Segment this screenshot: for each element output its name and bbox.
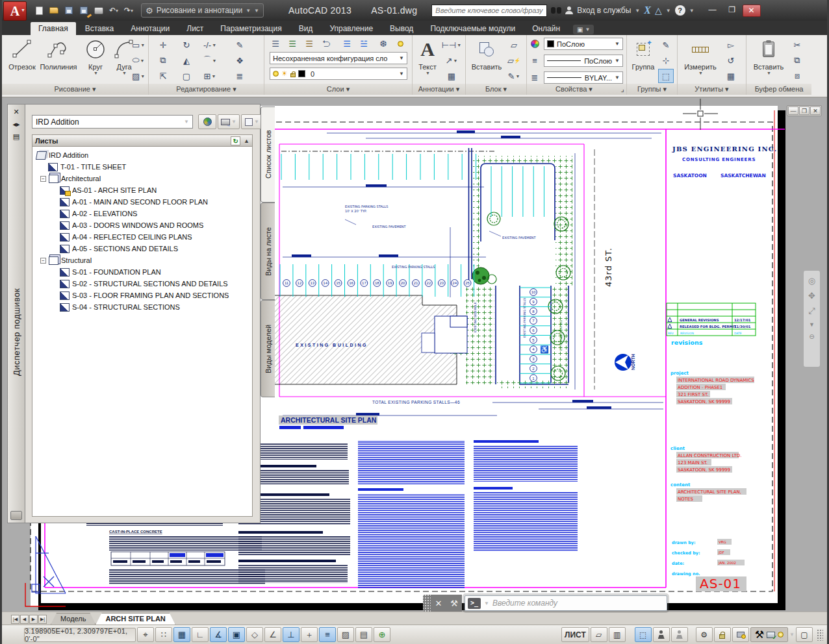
tab-home[interactable]: Главная — [31, 22, 76, 35]
maximize-button[interactable]: ❐ — [723, 5, 741, 17]
palette-autohide-icon[interactable]: ◂▸ — [11, 119, 21, 130]
resize-grip[interactable] — [817, 629, 823, 641]
mirror-icon[interactable]: ◭ — [179, 53, 194, 68]
publish-to-web-button[interactable] — [198, 114, 216, 129]
drawing-area[interactable]: 1112131415161718192021222324251098765432… — [2, 97, 829, 612]
hatch-tool-icon[interactable]: ▨▼ — [131, 69, 146, 83]
grid-display-toggle[interactable]: ▦ — [173, 627, 190, 642]
fillet-icon[interactable]: ⌒▼ — [202, 53, 218, 68]
signin-button[interactable]: Вход в службы — [577, 6, 631, 15]
tab-model[interactable]: Модель — [51, 613, 96, 625]
layer-combo[interactable]: ☀ 0 ▼ — [270, 68, 407, 80]
transparency-toggle[interactable]: ▨ — [337, 627, 354, 642]
publish-button[interactable]: ▼ — [218, 114, 240, 129]
next-layout-icon[interactable]: ▶ — [29, 615, 38, 624]
group-selection-toggle-icon[interactable]: ⬚ — [658, 69, 674, 83]
object-snap-toggle[interactable]: ▣ — [228, 627, 245, 642]
save-as-icon[interactable] — [78, 5, 90, 16]
tree-item-sheet[interactable]: A-02 - ELEVATIONS — [32, 208, 252, 219]
sheetset-combo[interactable]: IRD Addition▼ — [32, 115, 193, 129]
layer-isolate-icon[interactable]: ☰ — [302, 36, 316, 51]
recent-commands-icon[interactable]: ▼ — [484, 601, 489, 606]
object-snap-tracking-toggle[interactable]: ∠ — [264, 627, 281, 642]
tree-item-sheet[interactable]: A-05 - SECTIONS AND DETAILS — [32, 243, 252, 254]
customization-icon[interactable]: ⚒ — [755, 628, 764, 641]
quick-view-layouts-icon[interactable]: ▱ — [591, 627, 607, 642]
panel-label-utilities[interactable]: Утилиты ▾ — [678, 84, 746, 95]
copy-icon[interactable]: ⧉ — [155, 53, 171, 68]
collapse-toggle-icon[interactable]: − — [40, 258, 46, 264]
doc-restore-button[interactable]: ❐ — [799, 106, 810, 115]
palette-properties-icon[interactable]: ▤ — [11, 132, 21, 142]
panel-label-block[interactable]: Блок ▾ — [466, 84, 526, 95]
panel-label-layers[interactable]: Слои ▾ — [264, 84, 412, 95]
tree-item-sheet[interactable]: S-02 - STRUCTURAL SECTIONS AND DETAILS — [32, 278, 252, 290]
clean-screen-icon[interactable]: ▢ — [796, 627, 813, 642]
navbar-dropdown-icon[interactable]: ▼ — [809, 321, 815, 328]
tree-item-subset-structural[interactable]: −Structural — [32, 254, 252, 266]
layer-walk-icon[interactable] — [393, 36, 407, 51]
command-grip[interactable] — [423, 595, 431, 612]
linetype-combo[interactable]: ПоСлою▼ — [544, 55, 623, 67]
tab-output[interactable]: Вывод — [382, 22, 421, 35]
annotation-scale-icon[interactable]: ⬚ — [635, 627, 652, 642]
toolbar-lock-icon[interactable] — [714, 627, 731, 642]
linetype-list-icon[interactable]: ≣ — [528, 70, 541, 84]
first-layout-icon[interactable]: |◀ — [11, 615, 19, 624]
text-button[interactable]: A Текст▼ — [415, 36, 440, 75]
tab-layout[interactable]: Лист — [179, 22, 211, 35]
trim-icon[interactable]: -/-▼ — [202, 38, 218, 52]
group-button[interactable]: Группа — [630, 36, 657, 71]
block-editor-icon[interactable]: ✎▼ — [506, 69, 522, 83]
prev-layout-icon[interactable]: ◀ — [20, 615, 29, 624]
dynamic-input-toggle[interactable]: ＋ — [301, 627, 318, 642]
minimize-button[interactable]: — — [704, 5, 722, 17]
point-style-icon[interactable]: ▦ — [723, 69, 739, 83]
ortho-mode-toggle[interactable]: ∟ — [192, 627, 209, 642]
sheet-selections-button[interactable]: ▼ — [241, 114, 263, 129]
annotation-autoscale-icon[interactable] — [671, 627, 688, 642]
tab-manage[interactable]: Управление — [322, 22, 381, 35]
hardware-acceleration-icon[interactable] — [732, 627, 749, 642]
tab-sheet-views[interactable]: Виды на листе — [261, 203, 275, 300]
dimension-icon[interactable]: ⊢⊣▼ — [444, 38, 459, 52]
steering-wheel-icon[interactable]: ◎ — [808, 276, 815, 286]
close-button[interactable]: ✕ — [743, 5, 761, 17]
array-icon[interactable]: ⊞▼ — [202, 69, 218, 83]
media-dropdown-button[interactable]: ▣▼ — [573, 25, 594, 34]
doc-minimize-button[interactable]: — — [788, 106, 798, 115]
annotation-visibility-icon[interactable] — [653, 627, 670, 642]
collapse-toggle-icon[interactable]: − — [40, 176, 46, 182]
move-icon[interactable]: ✛ — [155, 38, 171, 52]
help-dropdown-icon[interactable]: ▼ — [689, 8, 695, 14]
plot-icon[interactable] — [93, 5, 105, 16]
zoom-icon[interactable]: ⤢ — [808, 306, 815, 316]
polyline-button[interactable]: Полилиния — [38, 36, 79, 71]
command-input[interactable]: >_ ▼ Введите команду — [465, 595, 667, 611]
group-edit-icon[interactable]: ⊹ — [658, 53, 674, 68]
tab-view[interactable]: Вид — [291, 22, 321, 35]
panel-label-properties[interactable]: Свойства ▾ ⌟ — [527, 84, 626, 95]
selection-cycling-toggle[interactable]: ⊕ — [374, 627, 390, 642]
tray-lightbulb-icon[interactable] — [778, 632, 784, 638]
snap-mode-toggle[interactable]: ∷ — [155, 627, 172, 642]
search-input[interactable] — [431, 5, 547, 17]
panel-label-annotation[interactable]: Аннотации ▾ — [413, 84, 465, 95]
tree-item-sheet[interactable]: S-04 - STRUCTURAL SECTIONS — [32, 301, 252, 313]
copy-clip-icon[interactable]: ⧉ — [789, 53, 805, 68]
navbar-collapse-icon[interactable]: ⊖ — [809, 333, 814, 340]
layer-match-icon[interactable]: ❆ — [376, 36, 390, 51]
layer-unisolate-icon[interactable]: ⮌ — [319, 36, 333, 51]
palette-grip[interactable] — [10, 511, 22, 520]
tree-item-subset-architectural[interactable]: −Architectural — [32, 173, 252, 184]
layer-states-icon[interactable]: ☰ — [285, 36, 300, 51]
offset-icon[interactable]: ≣ — [232, 69, 248, 83]
scale-icon[interactable]: ▢ — [179, 69, 194, 83]
new-drawing-icon[interactable] — [33, 5, 45, 16]
table-icon[interactable]: ▦ — [444, 69, 459, 83]
stretch-icon[interactable]: ⇱ — [155, 69, 171, 83]
layout-space-button[interactable]: ЛИСТ — [561, 627, 589, 642]
plot-notification-icon[interactable] — [767, 632, 775, 638]
workspace-switcher[interactable]: ⚙ Рисование и аннотации ▼ ▼ — [141, 3, 264, 18]
match-properties-icon[interactable] — [528, 36, 541, 51]
